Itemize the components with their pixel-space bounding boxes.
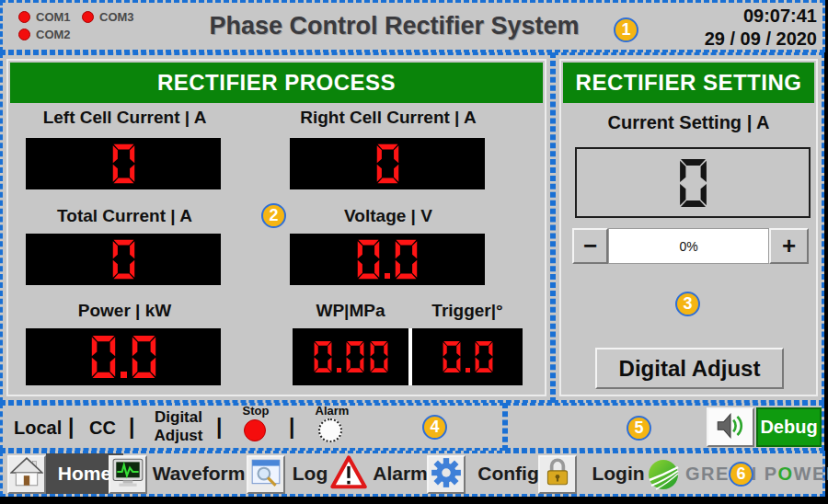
status-separator: |	[68, 415, 74, 440]
stop-label: Stop	[237, 404, 274, 418]
rectifier-setting-panel: RECTIFIER SETTING Current Setting | A − …	[553, 52, 824, 403]
annotation-circle-6: 6	[729, 462, 753, 487]
right-cell-current-display	[290, 138, 485, 189]
com3-status-led	[82, 11, 94, 23]
page-title: Phase Control Rectifier System	[122, 12, 666, 40]
nav-alarm-button[interactable]	[329, 455, 368, 494]
screen-bezel	[0, 497, 828, 504]
current-setting-label: Current Setting | A	[565, 112, 812, 133]
alarm-icon	[330, 454, 367, 495]
annotation-circle-5: 5	[627, 416, 651, 441]
power-label: Power | kW	[26, 301, 224, 321]
green-power-logo-icon	[644, 455, 683, 494]
alarm-label: Alarm	[311, 404, 353, 418]
com2-status-led	[18, 29, 30, 40]
nav-alarm-label[interactable]: Alarm	[368, 453, 432, 494]
nav-login-button[interactable]	[538, 455, 577, 494]
nav-config-label[interactable]: Config	[474, 453, 543, 494]
com2-label: COM2	[36, 28, 71, 41]
nav-home-button[interactable]	[7, 455, 46, 494]
setting-increase-button[interactable]: +	[769, 228, 809, 264]
header-bar: COM1 COM3 COM2 Phase Control Rectifier S…	[0, 0, 825, 52]
buzzer-button[interactable]	[707, 407, 754, 447]
status-separator: |	[129, 415, 134, 440]
clock: 09:07:41 29 / 09 / 2020	[705, 5, 817, 51]
left-cell-current-label: Left Cell Current | A	[26, 108, 224, 128]
stop-indicator-led	[244, 419, 266, 441]
status-separator: |	[289, 415, 294, 440]
logo-letters-wer: WER	[794, 464, 828, 485]
annotation-circle-3: 3	[675, 292, 700, 316]
nav-waveform-label[interactable]: Waveform	[148, 453, 249, 494]
home-icon	[10, 456, 43, 493]
waveform-icon	[111, 456, 144, 493]
adjust-mode-status: Digital Adjust	[143, 408, 214, 444]
logo-letter-p: P	[765, 464, 778, 485]
date-display: 29 / 09 / 2020	[705, 28, 817, 51]
log-icon	[249, 456, 282, 493]
annotation-circle-4: 4	[422, 415, 447, 440]
nav-log-label[interactable]: Log	[287, 453, 333, 494]
setting-panel-title: RECTIFIER SETTING	[563, 63, 814, 103]
wp-label: WP|MPa	[293, 301, 408, 321]
nav-config-button[interactable]	[427, 455, 466, 494]
logo-letter-o: O	[778, 464, 794, 485]
nav-log-button[interactable]	[247, 455, 285, 494]
trigger-display	[412, 328, 523, 385]
config-icon	[430, 456, 463, 493]
login-icon	[541, 456, 574, 493]
mode-status: Local	[14, 418, 62, 439]
speaker-icon	[714, 409, 747, 446]
com1-label: COM1	[36, 10, 71, 24]
power-display	[26, 328, 221, 385]
left-cell-current-display	[26, 138, 221, 189]
annotation-circle-1: 1	[614, 17, 638, 42]
navigation-bar: Home Waveform Log	[0, 451, 825, 497]
total-current-display	[26, 234, 221, 285]
setting-percent-slider[interactable]: 0%	[608, 228, 769, 264]
digital-adjust-button[interactable]: Digital Adjust	[595, 348, 784, 389]
annotation-circle-2: 2	[261, 203, 286, 228]
time-display: 09:07:41	[705, 5, 817, 28]
control-mode-status: CC	[89, 418, 116, 439]
nav-login-label[interactable]: Login	[587, 453, 650, 494]
setting-decrease-button[interactable]: −	[572, 228, 608, 264]
voltage-label: Voltage | V	[286, 206, 490, 226]
voltage-display	[290, 234, 485, 285]
status-separator: |	[216, 415, 222, 440]
com1-status-led	[18, 11, 30, 23]
status-bar-right: Debug	[505, 403, 824, 451]
total-current-label: Total Current | A	[26, 206, 224, 226]
nav-waveform-button[interactable]	[109, 455, 147, 494]
alarm-indicator-led	[318, 418, 342, 442]
trigger-label: Trigger|°	[412, 301, 523, 321]
green-power-logo-text: GREEN POWER	[685, 453, 828, 494]
current-setting-display	[575, 147, 811, 218]
wp-display	[293, 328, 408, 385]
right-cell-current-label: Right Cell Current | A	[286, 108, 490, 128]
debug-button[interactable]: Debug	[756, 407, 822, 447]
process-panel-title: RECTIFIER PROCESS	[10, 63, 543, 103]
